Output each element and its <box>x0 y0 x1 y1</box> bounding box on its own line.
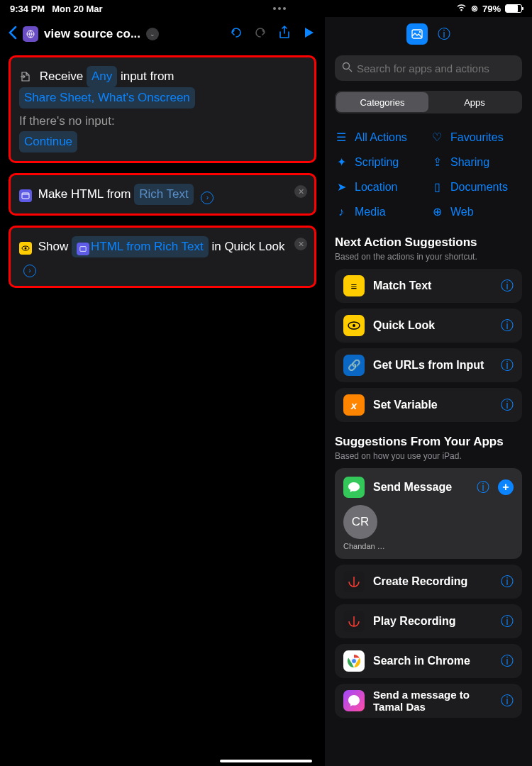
redo-button <box>251 26 270 43</box>
undo-button[interactable] <box>227 26 245 43</box>
app-suggestions-sub: Based on how you use your iPad. <box>335 451 522 461</box>
info-button[interactable]: ⓘ <box>501 317 514 334</box>
info-button[interactable]: ⓘ <box>501 613 514 630</box>
heart-icon: ♡ <box>431 131 443 144</box>
receive-inputfrom: input from <box>121 67 174 87</box>
makehtml-prefix: Make HTML from <box>38 184 131 204</box>
show-suffix: in Quick Look <box>211 237 284 257</box>
add-button[interactable]: + <box>498 479 514 495</box>
text-icon: ≡ <box>343 275 365 296</box>
cat-media[interactable]: ♪Media <box>335 201 426 223</box>
seg-categories[interactable]: Categories <box>336 92 428 112</box>
info-button[interactable]: ⓘ <box>477 479 489 496</box>
messages-icon <box>343 477 365 498</box>
wifi-icon <box>456 4 467 14</box>
suggestion-send-message[interactable]: Send Message ⓘ + CR Chandan R... <box>335 468 522 559</box>
share-icon: ⇪ <box>431 155 443 169</box>
app-suggestions-title: Suggestions From Your Apps <box>335 435 522 449</box>
next-suggestions-sub: Based on the actions in your shortcut. <box>335 252 522 262</box>
svg-point-12 <box>352 659 357 664</box>
info-button[interactable]: ⓘ <box>438 26 450 43</box>
document-icon: ▯ <box>431 180 443 194</box>
shortcut-details-button[interactable] <box>406 23 428 45</box>
search-icon <box>342 62 353 75</box>
svg-rect-4 <box>80 247 86 252</box>
info-button[interactable]: ⓘ <box>501 692 514 709</box>
remove-action-button[interactable]: ✕ <box>294 185 307 198</box>
receive-sources-token[interactable]: Share Sheet, What's Onscreen <box>19 87 195 109</box>
voice-memos-icon <box>343 611 365 632</box>
shortcut-name: view source co... <box>44 27 140 41</box>
receive-prefix: Receive <box>40 67 83 87</box>
cat-scripting[interactable]: ✦Scripting <box>335 151 426 173</box>
avatar: CR <box>343 505 377 539</box>
cat-location[interactable]: ➤Location <box>335 176 426 198</box>
link-icon: 🔗 <box>343 355 365 376</box>
suggestion-create-recording[interactable]: Create Recording ⓘ <box>335 565 522 599</box>
orientation-lock-icon: ⊚ <box>471 4 478 13</box>
shortcut-icon <box>23 26 38 42</box>
svg-point-9 <box>353 324 355 327</box>
wand-icon: ✦ <box>335 155 348 169</box>
contact-chip[interactable]: CR Chandan R... <box>343 505 389 550</box>
show-var-token[interactable]: HTML from Rich Text <box>72 236 209 257</box>
info-button[interactable]: ⓘ <box>501 357 514 374</box>
receive-any-token[interactable]: Any <box>87 66 117 87</box>
make-html-card[interactable]: ✕ Make HTML from Rich Text › <box>9 173 316 216</box>
cat-sharing[interactable]: ⇪Sharing <box>431 151 522 173</box>
disclose-icon[interactable]: › <box>201 192 214 204</box>
next-suggestions-title: Next Action Suggestions <box>335 235 522 250</box>
shortcut-editor: view source co... ⌄ <box>0 17 325 766</box>
cat-documents[interactable]: ▯Documents <box>431 176 522 198</box>
suggestion-get-urls[interactable]: 🔗 Get URLs from Input ⓘ <box>335 348 522 382</box>
show-prefix: Show <box>38 237 69 257</box>
noinput-action-token[interactable]: Continue <box>19 131 77 152</box>
seg-apps[interactable]: Apps <box>428 92 521 112</box>
battery-icon <box>505 4 522 13</box>
info-button[interactable]: ⓘ <box>501 573 514 590</box>
share-button[interactable] <box>275 26 294 43</box>
variable-icon: x <box>343 394 365 416</box>
search-field[interactable] <box>335 55 522 81</box>
svg-point-3 <box>25 248 27 250</box>
disclose-icon[interactable]: › <box>23 265 36 277</box>
cat-web[interactable]: ⊕Web <box>431 201 522 223</box>
suggestion-quick-look[interactable]: Quick Look ⓘ <box>335 309 522 343</box>
home-indicator[interactable] <box>220 760 312 762</box>
html-action-icon <box>19 189 32 202</box>
remove-action-button[interactable]: ✕ <box>294 238 307 250</box>
svg-rect-1 <box>22 193 29 199</box>
cat-favourites[interactable]: ♡Favourites <box>431 126 522 148</box>
suggestion-search-chrome[interactable]: Search in Chrome ⓘ <box>335 644 522 678</box>
voice-memos-icon <box>343 571 365 592</box>
segment-control[interactable]: Categories Apps <box>335 91 522 113</box>
list-icon: ☰ <box>335 131 348 144</box>
eye-icon <box>343 315 365 336</box>
search-input[interactable] <box>357 62 515 74</box>
chrome-icon <box>343 650 365 672</box>
svg-point-6 <box>419 31 421 33</box>
run-button[interactable] <box>299 26 318 43</box>
music-icon: ♪ <box>335 206 348 218</box>
multitask-dots[interactable] <box>273 7 286 10</box>
suggestion-play-recording[interactable]: Play Recording ⓘ <box>335 604 522 638</box>
suggestion-set-variable[interactable]: x Set Variable ⓘ <box>335 388 522 422</box>
cat-all-actions[interactable]: ☰All Actions <box>335 126 426 148</box>
quicklook-card[interactable]: ✕ Show HTML from Rich Text in Quick Look… <box>9 226 316 288</box>
html-var-icon <box>77 243 89 255</box>
noinput-label: If there's no input: <box>19 111 306 131</box>
suggestion-match-text[interactable]: ≡ Match Text ⓘ <box>335 269 522 303</box>
suggestion-messenger[interactable]: Send a message to Tamal Das ⓘ <box>335 684 522 718</box>
location-icon: ➤ <box>335 180 348 194</box>
receive-input-card[interactable]: Receive Any input from Share Sheet, What… <box>9 55 316 163</box>
info-button[interactable]: ⓘ <box>501 653 514 670</box>
title-chevron-icon[interactable]: ⌄ <box>146 28 159 40</box>
action-library: ⓘ Categories Apps ☰All Actions ♡Favourit… <box>325 17 532 766</box>
quicklook-action-icon <box>19 242 32 255</box>
back-button[interactable] <box>7 24 17 44</box>
info-button[interactable]: ⓘ <box>501 277 514 294</box>
info-button[interactable]: ⓘ <box>501 396 514 413</box>
makehtml-var-token[interactable]: Rich Text <box>134 184 194 205</box>
editor-toolbar: view source co... ⌄ <box>0 17 325 51</box>
shortcut-title[interactable]: view source co... ⌄ <box>23 26 159 42</box>
